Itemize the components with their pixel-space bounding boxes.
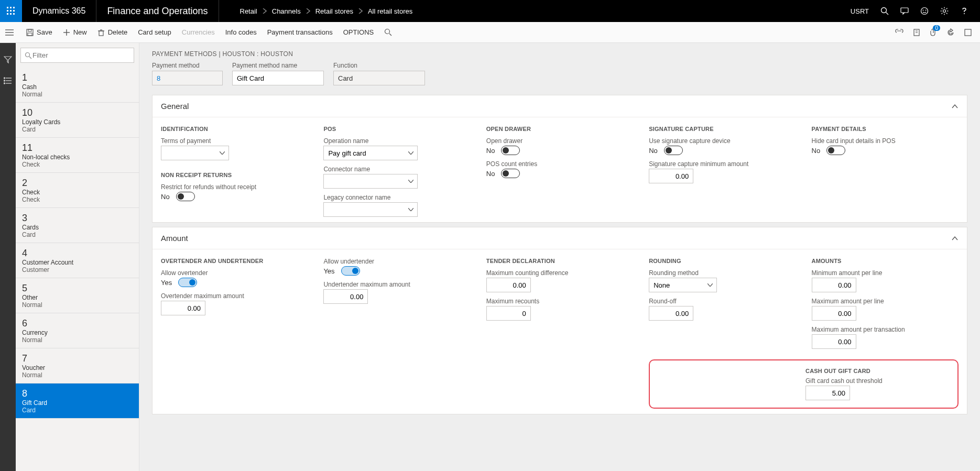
svg-rect-0 [7, 7, 8, 8]
list-item[interactable]: 5OtherNormal [16, 278, 139, 313]
maxtx-input[interactable] [812, 334, 856, 349]
smile-icon[interactable] [920, 7, 929, 15]
app-launcher[interactable] [0, 0, 22, 22]
sigdev-label: Use signature capture device [649, 137, 796, 145]
crumb-channels[interactable]: Channels [272, 7, 301, 15]
list-icon[interactable] [4, 76, 12, 85]
toolbar-search[interactable] [384, 28, 392, 36]
list-item[interactable]: 7VoucherNormal [16, 348, 139, 384]
list-item[interactable]: 8Gift CardCard [16, 384, 139, 419]
general-header[interactable]: General [153, 95, 967, 117]
svg-rect-11 [901, 8, 908, 13]
operation-label: Operation name [323, 137, 470, 145]
brand[interactable]: Dynamics 365 [22, 0, 96, 22]
allowover-toggle[interactable] [178, 278, 197, 287]
function-value: Card [333, 71, 425, 85]
overmax-input[interactable] [161, 301, 205, 315]
cashout-subheader: CASH OUT GIFT CARD [805, 368, 870, 374]
restrict-toggle[interactable] [176, 192, 195, 201]
svg-line-49 [29, 57, 31, 59]
legacy-connector-input[interactable] [323, 202, 418, 217]
list-item[interactable]: 2CheckCheck [16, 173, 139, 208]
roundoff-input[interactable] [649, 306, 693, 321]
chevron-up-icon [951, 235, 959, 242]
close-icon[interactable] [964, 29, 972, 36]
plus-icon [63, 29, 70, 36]
maxline-label: Maximum amount per line [812, 298, 959, 305]
card-setup-button[interactable]: Card setup [138, 28, 171, 36]
list-item[interactable]: 6CurrencyNormal [16, 313, 139, 348]
save-button[interactable]: Save [26, 28, 52, 36]
poscount-toggle[interactable] [501, 169, 520, 178]
roundmethod-input[interactable] [649, 278, 717, 292]
payment-transactions-button[interactable]: Payment transactions [267, 28, 333, 36]
chevron-up-icon [951, 103, 959, 110]
undermax-input[interactable] [323, 289, 368, 304]
user-label[interactable]: USRT [851, 7, 869, 15]
minline-label: Minimum amount per line [812, 269, 959, 277]
side-list: 1CashNormal10Loyalty CardsCard11Non-loca… [16, 43, 139, 471]
crumb-all-stores[interactable]: All retail stores [368, 7, 412, 15]
sigmin-input[interactable] [649, 169, 693, 183]
office-icon[interactable] [913, 29, 920, 36]
nav-toggle[interactable] [5, 29, 14, 36]
svg-rect-6 [7, 13, 8, 15]
minline-input[interactable] [812, 278, 856, 292]
payment-method-name-input[interactable] [232, 71, 324, 85]
amount-header[interactable]: Amount [153, 227, 967, 249]
sigmin-label: Signature capture minimum amount [649, 160, 796, 168]
svg-line-20 [942, 8, 943, 9]
help-icon[interactable] [960, 7, 968, 15]
link-icon[interactable] [895, 29, 903, 36]
crumb-retail[interactable]: Retail [240, 7, 257, 15]
options-button[interactable]: OPTIONS [343, 28, 374, 36]
chat-icon[interactable] [900, 7, 909, 15]
svg-line-10 [886, 13, 889, 15]
payment-method-value: 8 [152, 71, 223, 85]
sigdev-toggle[interactable] [664, 146, 683, 155]
search-icon[interactable] [880, 7, 889, 15]
list-item[interactable]: 11Non-local checksCheck [16, 138, 139, 173]
connector-input[interactable] [323, 174, 418, 189]
filter-input[interactable] [20, 48, 134, 63]
maxrec-input[interactable] [486, 306, 531, 321]
allowunder-toggle[interactable] [341, 266, 360, 276]
hidecard-toggle[interactable] [826, 146, 845, 155]
list-item[interactable]: 3CardsCard [16, 208, 139, 243]
paymentdetails-subheader: PAYMENT DETAILS [812, 126, 959, 132]
list-item[interactable]: 1CashNormal [16, 68, 139, 103]
maxdiff-input[interactable] [486, 278, 531, 292]
list-item[interactable]: 4Customer AccountCustomer [16, 243, 139, 278]
cashout-callout: CASH OUT GIFT CARD Gift card cash out th… [649, 359, 959, 409]
cashout-input[interactable] [805, 386, 850, 400]
maxrec-label: Maximum recounts [486, 298, 633, 305]
opendrawer-toggle[interactable] [501, 146, 520, 155]
svg-rect-2 [13, 7, 15, 8]
operation-input[interactable] [323, 146, 418, 160]
cashout-label: Gift card cash out threshold [805, 377, 883, 385]
allowover-value: Yes [161, 279, 172, 287]
chevron-right-icon [263, 8, 267, 14]
restrict-label: Restrict for refunds without receipt [161, 183, 308, 191]
info-codes-button[interactable]: Info codes [225, 28, 257, 36]
refresh-icon[interactable] [946, 28, 955, 37]
module-name[interactable]: Finance and Operations [96, 0, 219, 22]
crumb-retail-stores[interactable]: Retail stores [315, 7, 353, 15]
list-item[interactable]: 10Loyalty CardsCard [16, 103, 139, 138]
gear-icon[interactable] [940, 7, 949, 15]
filter-icon[interactable] [4, 56, 12, 64]
roundmethod-label: Rounding method [649, 269, 796, 277]
form-breadcrumb: PAYMENT METHODS | HOUSTON : HOUSTON [152, 50, 967, 58]
terms-input[interactable] [161, 146, 229, 160]
attachments-button[interactable]: 0 [930, 28, 937, 37]
new-button[interactable]: New [63, 28, 87, 36]
svg-point-13 [923, 10, 924, 11]
svg-rect-5 [13, 10, 15, 12]
payment-method-name-label: Payment method name [232, 62, 324, 69]
svg-point-46 [4, 80, 5, 81]
chevron-right-icon [306, 8, 310, 14]
delete-button[interactable]: Delete [97, 28, 128, 36]
overunder-subheader: OVERTENDER AND UNDERTENDER [161, 258, 308, 264]
maxline-input[interactable] [812, 306, 856, 321]
allowunder-value: Yes [323, 267, 334, 275]
